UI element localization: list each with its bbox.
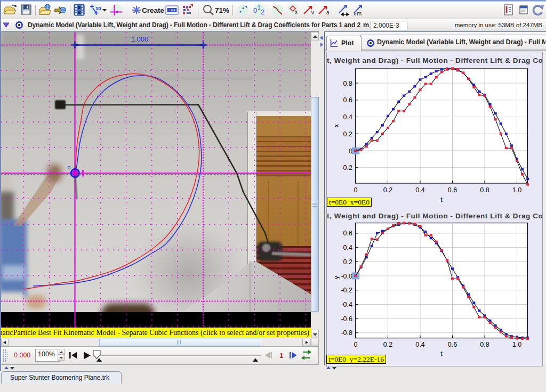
svg-text:1.0: 1.0 [512,341,521,348]
svg-text:x: x [333,124,340,127]
svg-text:x: x [354,11,356,17]
svg-text:t: t [440,350,443,357]
svg-text:1.000: 1.000 [131,35,149,43]
svg-text:0.4: 0.4 [415,186,424,194]
svg-text:-0.4: -0.4 [341,301,352,308]
svg-text:1: 1 [279,352,283,360]
svg-text:10: 10 [95,5,101,11]
svg-text:-0.6: -0.6 [341,315,352,323]
svg-text:x: x [295,9,298,15]
svg-text:0.6: 0.6 [448,186,457,194]
svg-text:0.6: 0.6 [343,230,352,237]
svg-text:a: a [326,10,330,15]
svg-text:0.2: 0.2 [383,186,392,194]
svg-text:0: 0 [354,186,358,194]
svg-text:t: t [440,196,443,203]
svg-text:0.2: 0.2 [343,130,352,138]
svg-text:0.6: 0.6 [343,96,352,104]
svg-text:0.2: 0.2 [383,341,392,348]
svg-text:v: v [311,10,314,15]
svg-text:1.0: 1.0 [512,186,521,194]
svg-text:0.2: 0.2 [343,258,352,266]
svg-text:0.6: 0.6 [448,341,457,348]
svg-text:-0.2: -0.2 [341,164,352,172]
svg-text:0.4: 0.4 [343,244,352,251]
svg-text:y: y [333,275,340,279]
svg-text:0.8: 0.8 [480,186,489,194]
svg-text:0: 0 [68,165,70,170]
svg-text:71%: 71% [215,6,229,14]
svg-text:2: 2 [261,8,264,16]
svg-text:-0.8: -0.8 [341,329,352,337]
svg-text:0.4: 0.4 [415,341,424,348]
svg-text:m: m [357,10,362,17]
svg-text:0: 0 [253,6,257,14]
svg-text:0.8: 0.8 [480,341,489,348]
svg-text:-0.2: -0.2 [341,287,352,294]
svg-text:0: 0 [354,341,358,348]
svg-text:-0.0: -0.0 [341,273,352,280]
svg-text:Create: Create [142,6,165,14]
svg-text:0.8: 0.8 [343,80,352,87]
svg-text:0.4: 0.4 [343,113,352,121]
